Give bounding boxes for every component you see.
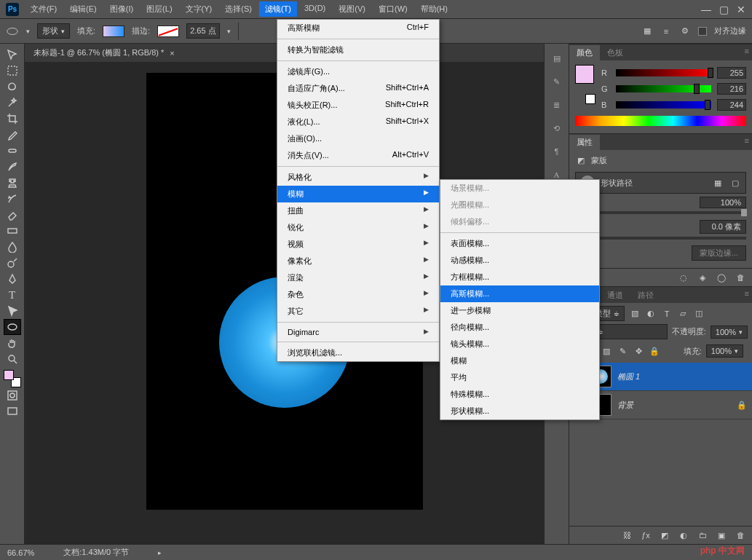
load-selection-icon[interactable]: ◌ (678, 272, 689, 283)
paths-tab[interactable]: 路径 (630, 288, 661, 303)
menu-layer[interactable]: 图层(L) (140, 1, 178, 17)
stroke-width-dropdown[interactable]: ▾ (227, 28, 231, 35)
feather-value[interactable]: 0.0 像素 (700, 220, 746, 234)
filter-type-icon[interactable]: T (661, 308, 673, 320)
mask-vector-icon[interactable]: ▢ (729, 177, 741, 189)
brush-panel-icon[interactable]: ✎ (550, 74, 564, 89)
menu-3d[interactable]: 3D(D) (298, 1, 331, 17)
stroke-width-field[interactable]: 2.65 点 (186, 23, 220, 39)
iris-blur-item[interactable]: 光圈模糊... (440, 197, 599, 213)
eyedropper-tool[interactable] (4, 127, 21, 143)
panel-menu-icon[interactable]: ≡ (745, 136, 749, 145)
filter-pixel-icon[interactable]: ▧ (629, 308, 641, 320)
lock-transparent-icon[interactable]: ▨ (601, 345, 612, 357)
shape-blur-item[interactable]: 形状模糊... (440, 403, 599, 419)
new-layer-icon[interactable]: ▣ (716, 529, 727, 541)
color-secondary-swatch[interactable] (585, 94, 595, 104)
layer-name[interactable]: 椭圆 1 (617, 371, 640, 382)
foreground-background-colors[interactable] (4, 370, 21, 387)
menu-window[interactable]: 窗口(W) (373, 1, 413, 17)
g-slider[interactable] (616, 85, 711, 92)
gaussian-blur-item[interactable]: 高斯模糊... (440, 285, 599, 302)
blur-item[interactable]: 模糊 (440, 352, 599, 369)
type-tool[interactable]: T (4, 287, 21, 303)
lock-all-icon[interactable]: 🔒 (649, 345, 660, 357)
layer-name[interactable]: 背景 (617, 400, 633, 411)
healing-brush-tool[interactable] (4, 143, 21, 159)
mask-edge-button[interactable]: 蒙版边缘... (692, 245, 746, 261)
noise-submenu[interactable]: 杂色 (277, 286, 439, 303)
gear-icon[interactable]: ⚙ (679, 25, 691, 37)
feather-slider[interactable] (575, 237, 746, 240)
path-selection-tool[interactable] (4, 303, 21, 319)
panel-menu-icon[interactable]: ≡ (745, 47, 749, 55)
stylize-submenu[interactable]: 风格化 (277, 169, 439, 186)
blur-tool[interactable] (4, 239, 21, 255)
brush-tool[interactable] (4, 159, 21, 175)
field-blur-item[interactable]: 场景模糊... (440, 180, 599, 197)
link-layers-icon[interactable]: ⛓ (621, 529, 633, 541)
filter-adjust-icon[interactable]: ◐ (645, 308, 657, 320)
dodge-tool[interactable] (4, 255, 21, 271)
menu-edit[interactable]: 编辑(E) (64, 1, 103, 17)
motion-blur-item[interactable]: 动感模糊... (440, 252, 599, 269)
liquify-item[interactable]: 液化(L)...Shift+Ctrl+X (277, 114, 439, 130)
r-slider[interactable] (616, 69, 711, 76)
adjustment-layer-icon[interactable]: ◐ (678, 529, 689, 541)
color-tab[interactable]: 颜色 (569, 45, 600, 60)
other-submenu[interactable]: 其它 (277, 303, 439, 320)
group-icon[interactable]: 🗀 (697, 529, 708, 541)
radial-blur-item[interactable]: 径向模糊... (440, 319, 599, 336)
pixelate-submenu[interactable]: 像素化 (277, 253, 439, 269)
ellipse-shape-tool[interactable] (4, 319, 21, 335)
filter-last-item[interactable]: 高斯模糊 Ctrl+F (277, 20, 439, 36)
filter-shape-icon[interactable]: ▱ (677, 308, 689, 320)
lock-image-icon[interactable]: ✎ (617, 345, 628, 357)
stroke-swatch[interactable] (157, 25, 179, 37)
pen-tool[interactable] (4, 271, 21, 287)
minimize-button[interactable]: — (701, 4, 711, 15)
screen-mode-toggle[interactable] (4, 403, 21, 419)
density-value[interactable]: 100% (700, 197, 746, 208)
tilt-shift-item[interactable]: 倾斜偏移... (440, 213, 599, 230)
oil-paint-item[interactable]: 油画(O)... (277, 130, 439, 147)
render-submenu[interactable]: 渲染 (277, 269, 439, 286)
gradient-tool[interactable] (4, 223, 21, 239)
maximize-button[interactable]: ▢ (719, 4, 729, 15)
g-value[interactable]: 216 (717, 83, 746, 95)
delete-layer-icon[interactable]: 🗑 (735, 529, 746, 541)
r-value[interactable]: 255 (717, 67, 746, 79)
path-arrange-icon[interactable]: ≡ (660, 25, 672, 37)
swatches-tab[interactable]: 色板 (600, 45, 630, 60)
foreground-color-swatch[interactable] (4, 370, 14, 380)
align-edges-checkbox[interactable] (698, 27, 707, 36)
properties-tab[interactable]: 属性 (569, 135, 600, 150)
opacity-field[interactable]: 100%▾ (711, 326, 748, 339)
layer-style-icon[interactable]: ƒx (640, 529, 652, 541)
layer-mask-icon[interactable]: ◩ (659, 529, 670, 541)
fill-opacity-field[interactable]: 100%▾ (706, 344, 743, 358)
clone-stamp-tool[interactable] (4, 175, 21, 191)
convert-smart-filter-item[interactable]: 转换为智能滤镜 (277, 42, 439, 58)
zoom-level[interactable]: 66.67% (7, 548, 34, 557)
hand-tool[interactable] (4, 335, 21, 351)
lens-correction-item[interactable]: 镜头校正(R)...Shift+Ctrl+R (277, 97, 439, 114)
paragraph-panel-icon[interactable]: ¶ (550, 144, 564, 159)
browse-filters-online-item[interactable]: 浏览联机滤镜... (277, 344, 439, 361)
shape-mode-dropdown[interactable]: 形状 ▾ (37, 23, 70, 39)
menu-file[interactable]: 文件(F) (25, 1, 63, 17)
delete-mask-icon[interactable]: 🗑 (735, 272, 746, 283)
move-tool[interactable] (4, 47, 21, 63)
color-primary-swatch[interactable] (575, 65, 594, 84)
mask-pixel-icon[interactable]: ▦ (712, 177, 724, 189)
clone-source-panel-icon[interactable]: ⟲ (550, 121, 564, 135)
lasso-tool[interactable] (4, 79, 21, 95)
adaptive-wide-angle-item[interactable]: 自适应广角(A)...Shift+Ctrl+A (277, 80, 439, 97)
panel-menu-icon[interactable]: ≡ (745, 289, 749, 298)
document-info[interactable]: 文档:1.43M/0 字节 (63, 547, 129, 558)
menu-help[interactable]: 帮助(H) (415, 1, 454, 17)
sharpen-submenu[interactable]: 锐化 (277, 219, 439, 236)
history-panel-icon[interactable]: ▤ (550, 51, 564, 66)
magic-wand-tool[interactable] (4, 95, 21, 111)
document-tab[interactable]: 未标题-1 @ 66.7% (椭圆 1, RGB/8) * × (25, 44, 183, 61)
